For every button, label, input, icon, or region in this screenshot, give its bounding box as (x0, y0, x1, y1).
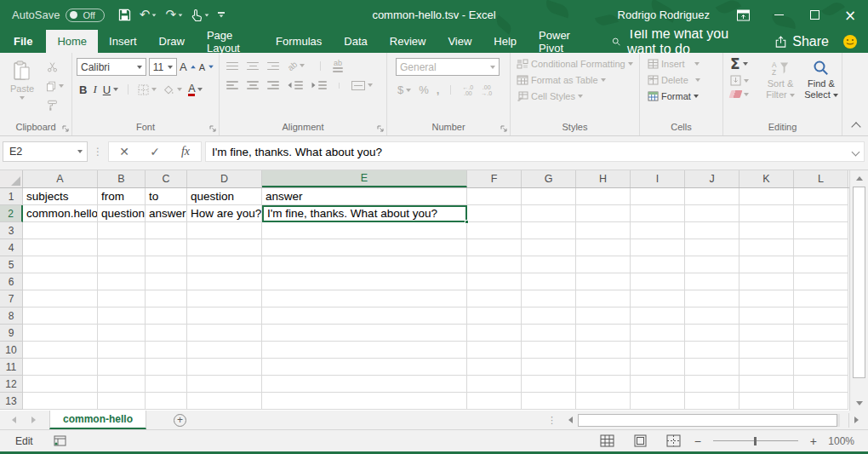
column-header-c[interactable]: C (146, 170, 187, 187)
close-button[interactable]: × (832, 0, 868, 30)
tab-bar-resize-handle[interactable]: ⋮ (547, 415, 557, 426)
cell-J1[interactable] (685, 188, 740, 205)
tab-help[interactable]: Help (483, 30, 528, 53)
cell-H13[interactable] (576, 393, 631, 410)
cell-C11[interactable] (146, 359, 187, 376)
cell-K12[interactable] (740, 376, 794, 393)
zoom-slider-thumb[interactable] (754, 437, 757, 445)
cell-H1[interactable] (576, 188, 631, 205)
align-bottom-icon[interactable] (267, 62, 279, 71)
sheet-tab-common-hello[interactable]: common-hello (49, 411, 146, 429)
cell-I2[interactable] (631, 205, 685, 222)
tab-home[interactable]: Home (46, 30, 98, 53)
maximize-button[interactable] (797, 0, 832, 30)
new-sheet-button[interactable]: + (174, 414, 186, 427)
cell-H3[interactable] (576, 222, 631, 239)
macro-record-button[interactable] (54, 435, 66, 446)
cell-L11[interactable] (794, 359, 848, 376)
decrease-decimal-button[interactable]: .00 →.0 (481, 84, 492, 96)
tab-draw[interactable]: Draw (148, 30, 196, 53)
italic-button[interactable]: I (93, 83, 96, 96)
feedback-smiley-button[interactable] (839, 30, 868, 53)
cell-D5[interactable] (187, 256, 262, 273)
cell-E5[interactable] (262, 256, 467, 273)
cell-H9[interactable] (576, 325, 631, 342)
insert-function-button[interactable]: fx (170, 145, 201, 158)
cell-G10[interactable] (522, 342, 576, 359)
format-cells-button[interactable]: Format (648, 91, 722, 101)
tab-data[interactable]: Data (333, 30, 378, 53)
row-header-5[interactable]: 5 (0, 256, 23, 273)
cancel-button[interactable]: ✕ (109, 145, 140, 158)
column-header-g[interactable]: G (522, 170, 576, 187)
zoom-in-button[interactable]: + (810, 434, 817, 448)
cell-A8[interactable] (23, 307, 98, 325)
scroll-left-arrow[interactable] (563, 413, 578, 428)
cell-B5[interactable] (98, 256, 146, 273)
cell-L9[interactable] (794, 325, 848, 342)
cell-E11[interactable] (262, 359, 467, 376)
delete-cells-button[interactable]: Delete (648, 75, 722, 85)
align-center-button[interactable] (247, 81, 259, 89)
paste-button[interactable]: Paste (5, 57, 39, 100)
cell-E10[interactable] (262, 342, 467, 359)
cell-C12[interactable] (146, 376, 187, 393)
zoom-out-button[interactable]: − (694, 434, 701, 448)
cell-C8[interactable] (146, 307, 187, 325)
cell-K3[interactable] (740, 222, 794, 239)
save-button[interactable] (118, 9, 131, 21)
column-header-b[interactable]: B (98, 170, 146, 187)
cell-A5[interactable] (23, 256, 98, 273)
cell-A10[interactable] (23, 342, 98, 359)
cell-I13[interactable] (631, 393, 685, 410)
cell-D1[interactable]: question (187, 188, 262, 205)
tab-file[interactable]: File (0, 30, 46, 53)
cell-H8[interactable] (576, 307, 631, 325)
cell-F13[interactable] (467, 393, 522, 410)
font-size-select[interactable]: 11 (149, 58, 177, 76)
cell-K5[interactable] (740, 256, 794, 273)
cell-G6[interactable] (522, 273, 576, 290)
column-header-a[interactable]: A (23, 170, 98, 187)
align-middle-icon[interactable] (247, 62, 259, 71)
cell-K11[interactable] (740, 359, 794, 376)
cell-D11[interactable] (187, 359, 262, 376)
cell-A13[interactable] (23, 393, 98, 410)
row-header-6[interactable]: 6 (0, 273, 23, 290)
horizontal-scroll-thumb[interactable] (578, 414, 837, 427)
row-header-10[interactable]: 10 (0, 342, 23, 359)
comma-style-button[interactable]: , (437, 83, 440, 96)
cell-B10[interactable] (98, 342, 146, 359)
minimize-button[interactable] (761, 0, 797, 30)
cell-G12[interactable] (522, 376, 576, 393)
increase-decimal-button[interactable]: ←.0 .00 (462, 84, 473, 96)
copy-button[interactable] (41, 78, 68, 95)
cell-D13[interactable] (187, 393, 262, 410)
cell-E7[interactable] (262, 290, 467, 307)
conditional-formatting-button[interactable]: Conditional Formatting (517, 59, 639, 69)
cell-L6[interactable] (794, 273, 848, 290)
cell-J13[interactable] (685, 393, 740, 410)
cell-G1[interactable] (522, 188, 576, 205)
cell-J11[interactable] (685, 359, 740, 376)
wrap-text-button[interactable]: ab (333, 60, 343, 72)
cell-K13[interactable] (740, 393, 794, 410)
cell-C13[interactable] (146, 393, 187, 410)
cell-E6[interactable] (262, 273, 467, 290)
cell-B8[interactable] (98, 307, 146, 325)
cell-A12[interactable] (23, 376, 98, 393)
cell-G9[interactable] (522, 325, 576, 342)
cell-K10[interactable] (740, 342, 794, 359)
cell-G11[interactable] (522, 359, 576, 376)
insert-cells-button[interactable]: Insert (648, 59, 722, 69)
cell-C3[interactable] (146, 222, 187, 239)
cell-A11[interactable] (23, 359, 98, 376)
cell-B3[interactable] (98, 222, 146, 239)
cell-K6[interactable] (740, 273, 794, 290)
cell-J8[interactable] (685, 307, 740, 325)
tab-view[interactable]: View (437, 30, 483, 53)
cell-F4[interactable] (467, 239, 522, 256)
cell-L10[interactable] (794, 342, 848, 359)
cell-C2[interactable]: answer (146, 205, 187, 222)
cell-K4[interactable] (740, 239, 794, 256)
